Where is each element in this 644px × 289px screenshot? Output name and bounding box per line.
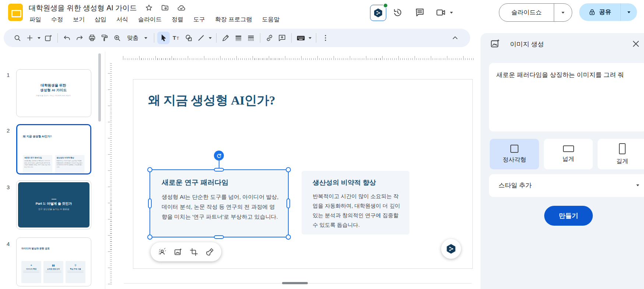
- menu-view[interactable]: 보기: [73, 16, 85, 24]
- input-tools-dropdown[interactable]: [307, 37, 313, 39]
- aspect-wide-button[interactable]: 넓게: [544, 139, 593, 169]
- aspect-tall-button[interactable]: 길게: [598, 139, 644, 169]
- slide-thumbnail-3[interactable]: Part 1: 어떻게 쓸 것인가 연구 생산성을 높이는 AI 활용법: [16, 180, 91, 229]
- slide-thumbnail-2-selected[interactable]: 왜 지금 생성형 AI인가? 새로운 연구 패러다임 생성형 AI는 단순한 도…: [16, 124, 91, 175]
- add-style-dropdown[interactable]: 스타일 추가: [489, 174, 644, 197]
- menu-arrange[interactable]: 정렬: [172, 16, 183, 24]
- menu-file[interactable]: 파일: [29, 16, 41, 24]
- notes-splitter-handle[interactable]: [282, 282, 308, 284]
- keyboard-icon: [296, 33, 306, 43]
- search-menus-button[interactable]: [11, 32, 24, 44]
- slide-card-productivity[interactable]: 생산성의 비약적 향상 반복적이고 시간이 많이 소요되는 작업을 자동화하여,…: [302, 171, 409, 235]
- border-dash-button[interactable]: [244, 32, 257, 44]
- pen-icon: [222, 34, 230, 42]
- rotate-handle[interactable]: [214, 151, 224, 161]
- document-title[interactable]: 대학원생을 위한 생성형 AI 가이드: [29, 3, 137, 13]
- crop-button[interactable]: [190, 248, 198, 256]
- pen-tool-button[interactable]: [219, 32, 232, 44]
- slide-thumbnail-1[interactable]: 대학원생을 위한 생성형 AI 가이드 어떻게 쓸 것인가, 그리고 어디까지 …: [16, 69, 91, 117]
- aspect-square-button[interactable]: 정사각형: [490, 139, 539, 169]
- share-dropdown[interactable]: [621, 11, 637, 13]
- square-shape-icon: [510, 145, 518, 153]
- redo-button[interactable]: [73, 32, 86, 44]
- new-slide-dropdown[interactable]: [36, 37, 42, 39]
- version-history-icon[interactable]: [393, 7, 403, 18]
- more-options-button[interactable]: [319, 32, 332, 44]
- shapes-tool-button[interactable]: [182, 32, 195, 44]
- line-tool-dropdown[interactable]: [207, 37, 213, 39]
- resize-handle-bottom[interactable]: [214, 235, 224, 239]
- cloud-saved-icon[interactable]: [177, 4, 186, 12]
- slideshow-button[interactable]: 슬라이드쇼: [499, 8, 554, 17]
- meet-camera-icon[interactable]: [436, 7, 446, 18]
- thumb2-card1-heading: 새로운 연구 패러다임: [24, 156, 51, 159]
- camera-dropdown-caret[interactable]: [450, 12, 453, 14]
- menu-extensions[interactable]: 확장 프로그램: [215, 16, 252, 24]
- resize-handle-bottom-right[interactable]: [286, 235, 291, 240]
- filmstrip-scrollbar[interactable]: [98, 53, 101, 121]
- resize-handle-right[interactable]: [286, 198, 290, 208]
- prompt-textarea[interactable]: 새로운 패러다임을 상징하는 이미지를 그려 줘: [489, 63, 644, 131]
- new-slide-button[interactable]: [24, 32, 36, 44]
- resize-handle-top[interactable]: [214, 168, 224, 172]
- toolbar-divider: [154, 33, 154, 43]
- menu-help[interactable]: 도움말: [262, 16, 279, 24]
- paint-format-button[interactable]: [98, 32, 111, 44]
- plus-icon: [26, 34, 34, 42]
- resize-handle-bottom-left[interactable]: [147, 235, 152, 240]
- resize-handle-top-left[interactable]: [147, 167, 152, 172]
- select-tool-button[interactable]: [157, 32, 170, 44]
- move-folder-icon[interactable]: [161, 4, 169, 12]
- border-weight-button[interactable]: [232, 32, 244, 44]
- panel-close-button[interactable]: [631, 39, 641, 49]
- menu-edit[interactable]: 수정: [51, 16, 63, 24]
- slide-number: 2: [7, 127, 15, 134]
- comments-icon[interactable]: [415, 7, 425, 18]
- toolbar-divider: [316, 33, 316, 43]
- thumb1-title-line1: 대학원생을 위한: [17, 83, 90, 88]
- slides-logo-icon[interactable]: [8, 4, 23, 21]
- magnifier-icon: ⚲: [66, 264, 85, 267]
- menu-insert[interactable]: 삽입: [95, 16, 106, 24]
- frame-sparkle-icon: [44, 34, 53, 42]
- undo-button[interactable]: [61, 32, 73, 44]
- zoom-button[interactable]: [111, 32, 123, 44]
- menu-format[interactable]: 서식: [116, 16, 128, 24]
- zoom-fit-dropdown[interactable]: 맞춤: [127, 34, 147, 42]
- thumb2-card1-body: 생성형 AI는 단순한 도구를 넘어, 아이디어 발상, 데이터 분석, 논문 …: [24, 160, 51, 168]
- slide-number: 4: [7, 241, 15, 247]
- add-comment-button[interactable]: [276, 32, 288, 44]
- thumb2-title: 왜 지금 생성형 AI인가?: [23, 135, 91, 138]
- input-tools-button[interactable]: [295, 32, 307, 44]
- create-button-label: 만들기: [559, 211, 578, 220]
- slideshow-dropdown[interactable]: [554, 12, 572, 14]
- thumb4-card3-label: 핵심 주제 식별: [66, 268, 85, 270]
- collapse-toolbar-button[interactable]: [449, 32, 461, 44]
- lightbulb-icon: ✦: [21, 264, 41, 267]
- title-row: 대학원생을 위한 생성형 AI 가이드: [29, 3, 186, 13]
- menu-slide[interactable]: 슬라이드: [138, 16, 162, 24]
- templates-button[interactable]: [42, 32, 54, 44]
- comment-add-icon: [278, 34, 286, 42]
- slide-thumbnail-4[interactable]: 아이디어 발상과 문헌 검토 ✦ 아이디어 확장 ▮▮ 신속한 문헌 요약 ⚲ …: [16, 237, 91, 286]
- slide-title[interactable]: 왜 지금 생성형 AI인가?: [148, 92, 275, 109]
- resize-handle-left[interactable]: [148, 198, 152, 208]
- gemini-floating-button[interactable]: [441, 239, 461, 259]
- menu-tools[interactable]: 도구: [193, 16, 205, 24]
- undo-icon: [63, 34, 71, 42]
- toolbar-divider: [260, 33, 260, 43]
- line-tool-button[interactable]: [195, 32, 207, 44]
- redo-icon: [75, 34, 84, 42]
- textbox-tool-button[interactable]: TT: [170, 32, 182, 44]
- remove-background-button[interactable]: [158, 248, 166, 256]
- print-button[interactable]: [86, 32, 98, 44]
- generate-image-button[interactable]: [174, 248, 182, 256]
- paint-brush-button[interactable]: [205, 248, 214, 256]
- create-button[interactable]: 만들기: [544, 206, 593, 226]
- thumb4-title: 아이디어 발상과 문헌 검토: [21, 247, 90, 250]
- resize-handle-top-right[interactable]: [286, 167, 291, 172]
- insert-link-button[interactable]: [263, 32, 276, 44]
- share-button[interactable]: 공유: [579, 8, 620, 16]
- star-icon[interactable]: [145, 4, 153, 12]
- selection-box[interactable]: [149, 169, 289, 237]
